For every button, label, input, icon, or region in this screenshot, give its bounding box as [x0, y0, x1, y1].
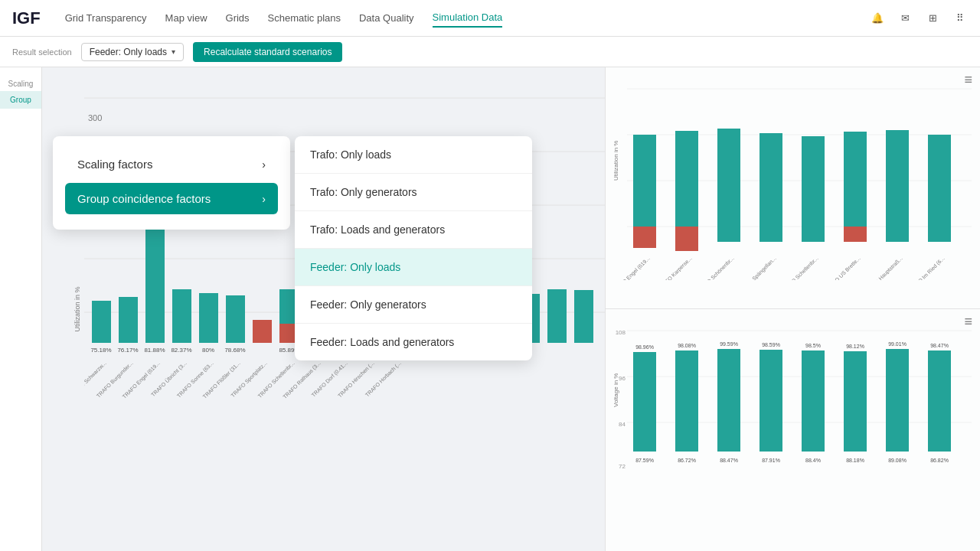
svg-rect-86 — [844, 351, 867, 452]
dropdown-option-trafo-only-loads[interactable]: Trafo: Only loads — [295, 136, 532, 174]
chevron-right-icon: › — [262, 158, 266, 171]
nav-map-view[interactable]: Map view — [165, 9, 207, 27]
bell-icon[interactable]: 🔔 — [870, 11, 885, 26]
svg-text:86.72%: 86.72% — [678, 458, 696, 463]
svg-text:86.82%: 86.82% — [930, 458, 949, 463]
svg-text:76.17%: 76.17% — [117, 347, 138, 354]
top-navigation: IGF Grid Transparency Map view Grids Sch… — [0, 0, 980, 37]
nav-icons-group: 🔔 ✉ ⊞ ⠿ — [870, 11, 968, 26]
nav-grids[interactable]: Grids — [226, 9, 250, 27]
svg-text:75.18%: 75.18% — [90, 347, 111, 354]
svg-text:80%: 80% — [202, 347, 214, 354]
nav-simulation-data[interactable]: Simulation Data — [433, 8, 503, 28]
content-area: 300 150 Utilization in % — [42, 67, 980, 551]
svg-text:TRAFO Hauptstraß...: TRAFO Hauptstraß... — [864, 256, 903, 280]
svg-text:TRAFO Karperse...: TRAFO Karperse... — [656, 256, 693, 280]
sidebar-menu-scaling-factors[interactable]: Scaling factors › — [65, 148, 278, 180]
result-selection-label: Result selection — [12, 47, 72, 57]
sidebar-item-group[interactable]: Group — [0, 91, 41, 109]
svg-rect-84 — [760, 350, 782, 452]
svg-text:99.01%: 99.01% — [888, 341, 906, 347]
svg-text:78.68%: 78.68% — [224, 347, 245, 354]
scaling-factors-label: Scaling factors — [77, 158, 152, 171]
svg-rect-88 — [928, 350, 951, 452]
svg-rect-11 — [253, 320, 272, 343]
dropdown-list-panel: Trafo: Only loads Trafo: Only generators… — [295, 136, 532, 360]
svg-rect-24 — [574, 290, 593, 343]
nav-data-quality[interactable]: Data Quality — [359, 9, 414, 27]
y-axis-label: Utilization in % — [74, 286, 81, 331]
dropdown-option-feeder-only-loads[interactable]: Feeder: Only loads — [295, 249, 532, 286]
svg-rect-9 — [199, 293, 218, 343]
svg-text:98.96%: 98.96% — [635, 344, 654, 350]
svg-text:87.91%: 87.91% — [762, 458, 780, 463]
chart-right-top: ≡ Utilization in % — [606, 67, 980, 309]
app-logo: IGF — [12, 8, 41, 28]
svg-rect-83 — [717, 349, 740, 452]
svg-text:Utilization in %: Utilization in % — [612, 141, 619, 181]
svg-rect-64 — [928, 135, 951, 242]
nav-schematic-plans[interactable]: Schematic plans — [268, 9, 341, 27]
dropdown-option-trafo-loads-generators[interactable]: Trafo: Loads and generators — [295, 211, 532, 249]
right-bottom-bar-chart: Voltage in % 108 96 84 72 — [612, 315, 972, 499]
svg-text:TRAFO Spängellan...: TRAFO Spängellan... — [737, 256, 778, 280]
svg-text:98.08%: 98.08% — [678, 343, 696, 348]
svg-text:98.59%: 98.59% — [762, 342, 780, 347]
svg-text:82.37%: 82.37% — [171, 347, 191, 354]
svg-text:81.88%: 81.88% — [144, 347, 165, 354]
svg-text:TRAFO Engel (619...: TRAFO Engel (619... — [612, 256, 652, 280]
svg-text:84: 84 — [619, 421, 626, 428]
svg-rect-10 — [226, 295, 245, 343]
sidebar-section-scaling: Scaling — [0, 73, 41, 91]
svg-rect-60 — [802, 136, 825, 242]
mail-icon[interactable]: ✉ — [897, 11, 913, 26]
svg-rect-62 — [844, 227, 867, 242]
nav-title: Grid Transparency — [65, 9, 147, 27]
sidebar-menu-panel: Scaling factors › Group coincidence fact… — [53, 136, 290, 230]
svg-text:88.47%: 88.47% — [720, 458, 738, 463]
svg-text:72: 72 — [619, 463, 626, 470]
result-select-dropdown[interactable]: Feeder: Only loads ▾ — [81, 43, 184, 61]
svg-rect-6 — [119, 297, 138, 343]
svg-rect-61 — [844, 132, 867, 242]
dropdown-option-feeder-loads-generators[interactable]: Feeder: Loads and generators — [295, 324, 532, 360]
svg-rect-63 — [886, 130, 909, 242]
chevron-down-icon: ▾ — [172, 47, 175, 56]
svg-rect-54 — [633, 135, 656, 242]
main-content: Scaling Group 300 150 Utilization in % — [0, 67, 980, 551]
svg-text:98.5%: 98.5% — [805, 343, 821, 348]
chevron-right-active-icon: › — [262, 193, 266, 205]
chart-right-bottom: ≡ Voltage in % 108 96 84 72 — [606, 309, 980, 551]
dropdown-option-feeder-only-generators[interactable]: Feeder: Only generators — [295, 286, 532, 324]
dropdown-option-trafo-only-generators[interactable]: Trafo: Only generators — [295, 174, 532, 211]
svg-text:88.18%: 88.18% — [846, 458, 864, 463]
sidebar: Scaling Group — [0, 67, 42, 551]
svg-text:TRAFO Im Ried (6...: TRAFO Im Ried (6... — [907, 256, 946, 280]
sidebar-menu-group-coincidence[interactable]: Group coincidence factors › — [65, 183, 278, 214]
svg-rect-82 — [675, 350, 698, 452]
svg-text:108: 108 — [616, 329, 626, 336]
right-charts-panel: ≡ Utilization in % — [605, 67, 980, 551]
svg-rect-8 — [172, 289, 191, 343]
svg-text:89.08%: 89.08% — [888, 458, 906, 463]
svg-rect-57 — [675, 227, 698, 251]
right-top-bar-chart: Utilization in % — [612, 73, 972, 280]
svg-rect-85 — [802, 350, 825, 452]
svg-rect-5 — [92, 301, 111, 343]
menu-dots-bottom[interactable]: ≡ — [964, 314, 972, 330]
svg-rect-23 — [547, 289, 567, 343]
svg-rect-87 — [886, 349, 909, 452]
grid-icon[interactable]: ⊞ — [925, 11, 940, 26]
svg-rect-55 — [633, 227, 656, 248]
svg-text:88.4%: 88.4% — [805, 458, 821, 463]
toolbar: Result selection Feeder: Only loads ▾ Re… — [0, 37, 980, 67]
svg-rect-59 — [760, 133, 782, 242]
svg-rect-56 — [675, 131, 698, 242]
svg-text:96: 96 — [619, 375, 626, 382]
apps-icon[interactable]: ⠿ — [952, 11, 968, 26]
svg-text:TRAFO US Brette...: TRAFO US Brette... — [824, 256, 861, 280]
group-coincidence-label: Group coincidence factors — [77, 192, 211, 205]
svg-text:87.59%: 87.59% — [635, 458, 654, 463]
menu-dots-top[interactable]: ≡ — [964, 72, 972, 88]
recalculate-button[interactable]: Recalculate standard scenarios — [193, 42, 342, 62]
